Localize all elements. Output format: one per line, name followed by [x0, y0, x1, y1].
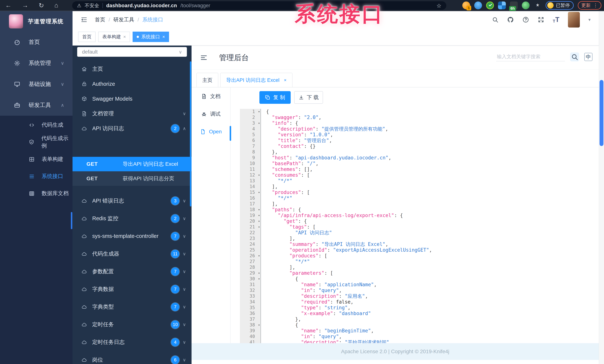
sidebar-item-code-generation-demo[interactable]: 代码生成示例 — [0, 134, 73, 151]
rail-item-document[interactable]: 文档 — [191, 88, 230, 105]
swagger-item-swagger-models[interactable]: Swagger Models — [73, 91, 191, 106]
swagger-group-code-generator[interactable]: 代码生成器11∨ — [73, 245, 191, 263]
extension-icon[interactable] — [522, 1, 530, 9]
json-code-editor[interactable]: 1▾{2 "swagger": "2.0",3▾ "info": {4 "des… — [240, 109, 578, 344]
extension-icon[interactable] — [498, 1, 506, 9]
rail-item-debug[interactable]: 调试 — [191, 105, 230, 123]
fold-arrow-icon[interactable]: ▾ — [258, 189, 260, 195]
sidebar-collapse-icon[interactable] — [81, 16, 88, 23]
doc-tab-导出API 访问日志 Excel[interactable]: 导出API 访问日志 Excel× — [220, 73, 292, 87]
swagger-group-param-config[interactable]: 参数配置7∨ — [73, 263, 191, 280]
extension-icon[interactable] — [474, 1, 482, 9]
browser-home-icon[interactable] — [54, 2, 58, 9]
code-line: 1▾{ — [240, 109, 578, 114]
swagger-item-home[interactable]: 主页 — [73, 62, 191, 76]
fold-arrow-icon[interactable]: ▾ — [258, 120, 260, 126]
close-icon[interactable]: × — [284, 77, 287, 83]
cloud-icon — [80, 357, 88, 363]
line-number: 3▾ — [240, 120, 261, 126]
page-scrollbar-thumb[interactable] — [600, 80, 604, 146]
rail-item-open[interactable]: Open — [191, 123, 230, 140]
swagger-group-post[interactable]: 岗位6∨ — [73, 351, 191, 364]
sidebar-item-dev-tools[interactable]: 研发工具∧ — [0, 95, 73, 116]
browser-forward-icon[interactable] — [22, 2, 28, 9]
fold-arrow-icon[interactable]: ▾ — [258, 218, 260, 224]
fold-arrow-icon[interactable]: ▾ — [258, 276, 260, 282]
fold-arrow-icon[interactable]: ▾ — [258, 322, 260, 328]
sidebar-item-system-management[interactable]: 系统管理∨ — [0, 53, 73, 74]
doc-menu-icon[interactable] — [200, 54, 208, 61]
app-logo-row[interactable]: 芋道管理系统 — [0, 11, 73, 32]
sidebar-scrollbar-thumb[interactable] — [71, 212, 72, 229]
browser-menu-icon[interactable] — [593, 3, 598, 8]
sidebar-item-infrastructure[interactable]: 基础设施∨ — [0, 74, 73, 95]
chevron-down-icon: ∨ — [183, 216, 186, 221]
rail-item-label: 文档 — [210, 93, 221, 100]
sidebar-item-code-generation[interactable]: 代码生成 — [0, 116, 73, 134]
language-toggle-icon[interactable]: 中 — [584, 53, 592, 61]
close-icon[interactable]: × — [123, 34, 126, 39]
fold-arrow-icon[interactable]: ▾ — [258, 172, 260, 178]
api-operation[interactable]: GET获得API 访问日志分页 — [73, 171, 191, 186]
count-badge: 11 — [171, 250, 179, 258]
swagger-group-scheduled-task-log[interactable]: 定时任务日志4∨ — [73, 333, 191, 351]
api-group-select[interactable]: default ∨ — [77, 47, 187, 57]
copy-button[interactable]: 复 制 — [259, 91, 291, 104]
swagger-group-scheduled-task[interactable]: 定时任务10∨ — [73, 316, 191, 333]
github-icon[interactable] — [507, 16, 514, 23]
swagger-group-sys-sms-template-controller[interactable]: sys-sms-template-controller7∨ — [73, 227, 191, 245]
extension-icon[interactable]: 1 — [462, 1, 470, 9]
swagger-group-dict-data[interactable]: 字典数据7∨ — [73, 280, 191, 298]
sidebar-item-home[interactable]: 首页 — [0, 32, 73, 53]
close-icon[interactable]: × — [162, 34, 165, 39]
page-scrollbar[interactable] — [599, 11, 604, 364]
extension-icon[interactable]: 6h — [510, 1, 518, 9]
api-operation[interactable]: GET导出API 访问日志 Excel — [73, 157, 191, 171]
chevron-down-icon: ∨ — [183, 198, 186, 203]
count-badge: 7 — [171, 267, 179, 276]
fold-arrow-icon[interactable]: ▾ — [258, 224, 260, 230]
fold-arrow-icon[interactable]: ▾ — [258, 213, 260, 218]
swagger-group-api-error-log[interactable]: API 错误日志3∨ — [73, 192, 191, 210]
code-text: "name": "beginBeginTime", — [261, 328, 374, 334]
breadcrumb-item[interactable]: 首页 — [95, 16, 105, 23]
swagger-item-api-access-log[interactable]: API 访问日志2∧ — [73, 121, 191, 136]
doc-footer: Apache License 2.0 | Copyright © 2019-Kn… — [191, 343, 599, 360]
swagger-scrollbar-thumb[interactable] — [190, 61, 191, 206]
browser-update-button[interactable]: 更新 — [578, 1, 601, 10]
code-line: 10 "basePath": "/", — [240, 161, 578, 166]
fullscreen-icon[interactable] — [538, 16, 544, 23]
address-bar[interactable]: 不安全 dashboard.yudao.iocoder.cn /tool/swa… — [72, 1, 446, 10]
sidebar-item-database-doc[interactable]: 数据库文档 — [0, 185, 73, 202]
tag-view-系统接口[interactable]: 系统接口× — [133, 32, 169, 42]
user-avatar[interactable] — [568, 12, 580, 27]
doc-search-icon[interactable] — [570, 52, 579, 61]
browser-reload-icon[interactable] — [39, 2, 44, 9]
tag-view-表单构建[interactable]: 表单构建× — [98, 32, 130, 42]
tag-view-首页[interactable]: 首页 — [78, 32, 96, 42]
doc-search-input[interactable] — [496, 52, 565, 61]
help-icon[interactable] — [522, 16, 529, 23]
fold-arrow-icon[interactable]: ▾ — [258, 207, 260, 213]
swagger-group-dict-type[interactable]: 字典类型7∨ — [73, 298, 191, 316]
download-button[interactable]: 下 载 — [294, 91, 323, 104]
extension-icon[interactable] — [534, 1, 541, 9]
font-size-icon[interactable] — [553, 16, 559, 24]
swagger-item-authorize[interactable]: Authorize — [73, 76, 191, 91]
bookmark-star-icon[interactable] — [436, 2, 441, 9]
sidebar-item-system-api[interactable]: 系统接口 — [0, 168, 73, 185]
swagger-item-doc-management[interactable]: 文档管理∨ — [73, 106, 191, 121]
fold-arrow-icon[interactable]: ▾ — [258, 253, 260, 259]
browser-profile-chip[interactable]: 已暂停 — [546, 1, 574, 10]
browser-back-icon[interactable] — [5, 2, 12, 9]
user-menu-caret-icon[interactable] — [588, 17, 591, 22]
breadcrumb-item[interactable]: 研发工具 — [113, 16, 134, 23]
code-text: "tags": [ — [261, 224, 315, 230]
fold-arrow-icon[interactable]: ▾ — [258, 109, 260, 114]
swagger-group-redis-monitor[interactable]: Redis 监控2∨ — [73, 210, 191, 227]
search-icon[interactable] — [492, 16, 499, 23]
doc-tab-主页[interactable]: 主页 — [196, 73, 218, 87]
sidebar-item-form-builder[interactable]: 表单构建 — [0, 151, 73, 168]
extension-icon[interactable] — [486, 1, 494, 9]
fold-arrow-icon[interactable]: ▾ — [258, 270, 260, 276]
